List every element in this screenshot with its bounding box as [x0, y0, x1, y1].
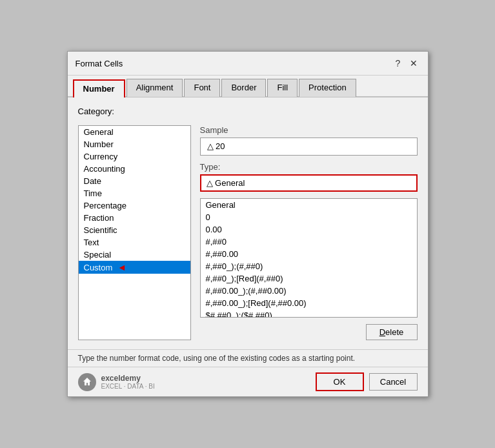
sample-label: Sample — [200, 125, 418, 135]
brand-icon — [78, 373, 96, 391]
tab-number[interactable]: Number — [73, 79, 125, 97]
sample-section: Sample △ 20 — [200, 125, 418, 156]
type-label: Type: — [200, 162, 418, 172]
format-item[interactable]: General — [201, 199, 417, 211]
arrow-indicator: ◄ — [117, 262, 126, 272]
format-item[interactable]: #,##0_);(#,##0) — [201, 260, 417, 272]
category-item-percentage[interactable]: Percentage — [79, 199, 190, 212]
format-item[interactable]: #,##0_);[Red](#,##0) — [201, 272, 417, 285]
delete-button[interactable]: Delete — [366, 324, 418, 340]
brand-tagline: EXCEL · DATA · BI — [101, 383, 155, 390]
category-list-container: General Number Currency Accounting Date … — [78, 125, 191, 340]
category-item-number[interactable]: Number — [79, 138, 190, 150]
category-label: Category: — [78, 107, 418, 116]
sample-value: △ 20 — [200, 137, 418, 156]
hint-text: Type the number format code, using one o… — [68, 349, 428, 367]
format-cells-dialog: Format Cells ? ✕ Number Alignment Font B… — [67, 51, 429, 397]
category-item-time[interactable]: Time — [79, 187, 190, 199]
type-section: Type: — [200, 162, 418, 192]
help-button[interactable]: ? — [392, 57, 405, 70]
tab-border[interactable]: Border — [221, 79, 266, 97]
category-item-accounting[interactable]: Accounting — [79, 163, 190, 175]
title-controls: ? ✕ — [392, 57, 420, 70]
brand-area: exceldemy EXCEL · DATA · BI — [78, 373, 310, 391]
tab-alignment[interactable]: Alignment — [126, 79, 183, 97]
category-item-fraction[interactable]: Fraction — [79, 212, 190, 224]
format-item[interactable]: 0.00 — [201, 223, 417, 236]
format-item[interactable]: 0 — [201, 211, 417, 223]
dialog-title: Format Cells — [76, 59, 123, 68]
tab-bar: Number Alignment Font Border Fill Protec… — [68, 76, 428, 97]
ok-label: OK — [334, 377, 346, 387]
tab-fill[interactable]: Fill — [267, 79, 298, 97]
format-item[interactable]: #,##0 — [201, 236, 417, 248]
delete-label: Delete — [379, 327, 404, 337]
format-list[interactable]: General 0 0.00 #,##0 #,##0.00 #,##0_);(#… — [200, 198, 418, 318]
dialog-footer: exceldemy EXCEL · DATA · BI OK Cancel — [68, 367, 428, 396]
brand-text: exceldemy EXCEL · DATA · BI — [101, 374, 155, 390]
brand-name: exceldemy — [101, 374, 155, 383]
close-button[interactable]: ✕ — [407, 57, 420, 70]
format-item[interactable]: #,##0.00_);[Red](#,##0.00) — [201, 297, 417, 309]
category-item-general[interactable]: General — [79, 126, 190, 138]
category-item-scientific[interactable]: Scientific — [79, 224, 190, 236]
category-listbox[interactable]: General Number Currency Accounting Date … — [78, 125, 191, 340]
category-item-text[interactable]: Text — [79, 236, 190, 249]
format-item[interactable]: #,##0.00 — [201, 248, 417, 260]
type-input-wrapper — [200, 174, 418, 192]
format-item[interactable]: $#,##0_);($#,##0) — [201, 309, 417, 318]
ok-button[interactable]: OK — [316, 372, 364, 391]
main-row: General Number Currency Accounting Date … — [78, 125, 418, 340]
tab-content: Category: General Number Currency Accoun… — [68, 97, 428, 349]
right-panel: Sample △ 20 Type: General 0 0.00 #,##0 — [200, 125, 418, 340]
cancel-button[interactable]: Cancel — [369, 373, 418, 391]
format-item[interactable]: #,##0.00_);(#,##0.00) — [201, 285, 417, 297]
title-bar: Format Cells ? ✕ — [68, 52, 428, 76]
tab-font[interactable]: Font — [184, 79, 220, 97]
type-input[interactable] — [201, 176, 416, 190]
category-item-date[interactable]: Date — [79, 175, 190, 187]
tab-protection[interactable]: Protection — [299, 79, 356, 97]
cancel-label: Cancel — [380, 377, 406, 387]
category-item-currency[interactable]: Currency — [79, 150, 190, 163]
category-item-special[interactable]: Special — [79, 249, 190, 261]
category-item-custom[interactable]: Custom ◄ — [79, 261, 190, 274]
delete-row: Delete — [200, 324, 418, 340]
